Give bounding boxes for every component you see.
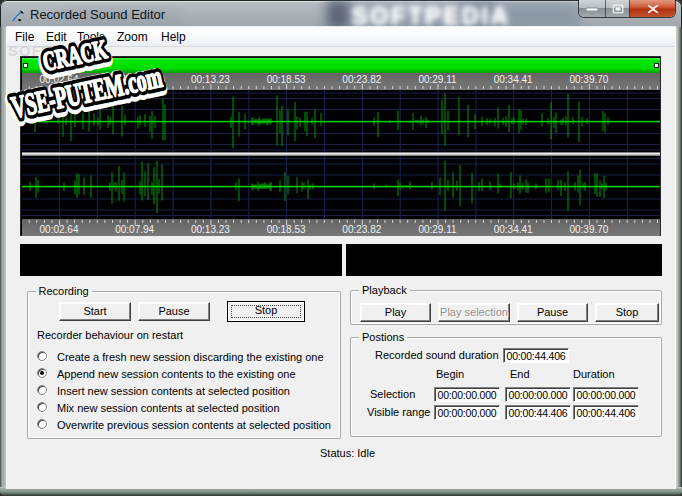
svg-text:00:13.23: 00:13.23	[191, 224, 230, 235]
svg-text:00:02.64: 00:02.64	[40, 224, 79, 235]
svg-text:00:39.70: 00:39.70	[569, 74, 608, 85]
svg-text:00:07.94: 00:07.94	[115, 74, 154, 85]
svg-text:00:34.41: 00:34.41	[494, 224, 533, 235]
svg-text:00:23.82: 00:23.82	[342, 224, 381, 235]
svg-text:00:29.11: 00:29.11	[418, 74, 457, 85]
svg-text:00:34.41: 00:34.41	[494, 74, 533, 85]
svg-text:00:07.94: 00:07.94	[115, 224, 154, 235]
svg-text:00:39.70: 00:39.70	[569, 224, 608, 235]
svg-text:00:13.23: 00:13.23	[191, 74, 230, 85]
svg-text:00:29.11: 00:29.11	[418, 224, 457, 235]
svg-text:00:18.53: 00:18.53	[267, 224, 306, 235]
svg-text:00:02.64: 00:02.64	[40, 74, 79, 85]
svg-text:00:18.53: 00:18.53	[267, 74, 306, 85]
svg-text:00:23.82: 00:23.82	[342, 74, 381, 85]
